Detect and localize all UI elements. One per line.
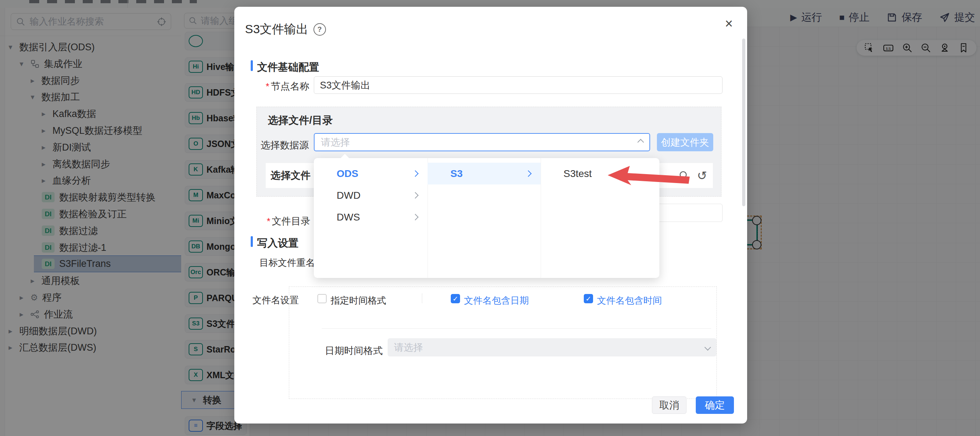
checkbox-divider — [422, 293, 422, 303]
node-name-input[interactable] — [314, 76, 722, 94]
file-dir-label: *文件目录 — [267, 215, 310, 228]
s3-output-dialog: S3文件输出 ? × 文件基础配置 *节点名称 选择文件/目录 选择数据源 请选… — [234, 7, 747, 423]
red-arrow-annotation — [606, 164, 695, 192]
cascader-option-S3[interactable]: S3 — [428, 163, 541, 185]
checked-checkbox-文件名包含时间[interactable]: ✓ — [584, 294, 593, 303]
cascader-option-DWD[interactable]: DWD — [314, 185, 428, 206]
chevron-down-icon — [704, 344, 711, 350]
chevron-right-icon — [412, 170, 418, 177]
close-icon[interactable]: × — [725, 17, 733, 30]
section-write-title: 写入设置 — [257, 236, 299, 250]
section-accent-bar — [251, 236, 253, 247]
cascader-option-label: ODS — [337, 168, 358, 180]
chevron-right-icon — [412, 214, 418, 220]
undo-icon[interactable]: ↺ — [697, 169, 708, 181]
datetime-placeholder: 请选择 — [394, 341, 423, 354]
select-file-label: 选择文件 — [270, 169, 310, 182]
checkbox-label-文件名包含时间[interactable]: 文件名包含时间 — [597, 294, 662, 307]
cascader-option-DWS[interactable]: DWS — [314, 206, 428, 228]
ok-button[interactable]: 确定 — [696, 396, 734, 414]
dialog-title: S3文件输出 ? — [245, 21, 326, 37]
datasource-placeholder: 请选择 — [321, 136, 350, 149]
cascader-option-label: S3test — [563, 168, 592, 180]
filename-box-divider — [322, 328, 711, 329]
cascader-option-label: S3 — [450, 168, 463, 180]
required-mark: * — [267, 216, 270, 227]
unchecked-checkbox-指定时间格式[interactable] — [317, 294, 327, 303]
cascader-option-ODS[interactable]: ODS — [314, 163, 428, 185]
cascader-column-2: S3 — [428, 158, 541, 278]
node-name-label: *节点名称 — [266, 80, 309, 93]
section-file-basic-title: 文件基础配置 — [257, 60, 319, 75]
chevron-right-icon — [412, 192, 418, 198]
checkbox-label-文件名包含日期[interactable]: 文件名包含日期 — [464, 294, 529, 307]
cascader-option-label: DWS — [337, 212, 360, 223]
modal-scrollbar[interactable] — [742, 38, 745, 206]
datasource-select[interactable]: 请选择 — [314, 133, 650, 151]
datetime-format-select[interactable]: 请选择 — [388, 338, 716, 356]
chevron-right-icon — [525, 170, 531, 177]
datetime-format-label: 日期时间格式 — [325, 344, 383, 357]
required-mark: * — [266, 81, 269, 92]
cancel-button[interactable]: 取消 — [652, 396, 687, 414]
filename-settings-label: 文件名设置 — [253, 294, 299, 307]
datasource-label: 选择数据源 — [261, 139, 309, 152]
file-select-box-title: 选择文件/目录 — [268, 113, 333, 128]
create-folder-button[interactable]: 创建文件夹 — [657, 133, 713, 151]
cascader-option-label: DWD — [337, 190, 361, 201]
help-icon[interactable]: ? — [313, 23, 326, 36]
section-accent-bar — [251, 60, 253, 71]
checkbox-label-指定时间格式[interactable]: 指定时间格式 — [331, 294, 386, 307]
chevron-up-icon — [637, 139, 644, 145]
checked-checkbox-文件名包含日期[interactable]: ✓ — [451, 294, 460, 303]
dialog-title-text: S3文件输出 — [245, 21, 309, 37]
cascader-column-1: ODSDWDDWS — [314, 158, 428, 278]
